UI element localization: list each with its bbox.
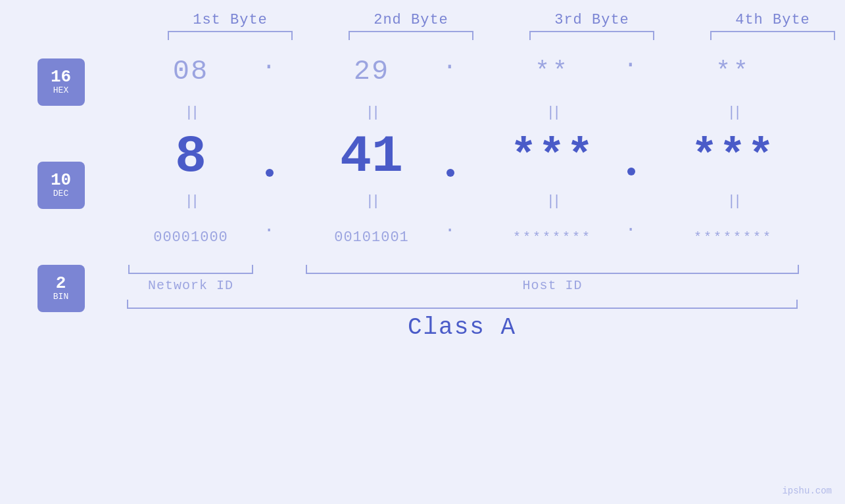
content-area: 16 HEX 10 DEC 2 BIN 08 . 29 bbox=[0, 40, 845, 341]
dec-val-4: *** bbox=[691, 131, 775, 182]
top-bracket-3 bbox=[529, 31, 654, 40]
top-bracket-4 bbox=[710, 31, 835, 40]
hex-cell-1: 08 . bbox=[101, 56, 281, 87]
bin-cell-3: ******** . bbox=[462, 230, 643, 245]
dec-cell-2: 41 bbox=[281, 131, 462, 183]
host-id-label: Host ID bbox=[281, 278, 824, 293]
pipe-cell-3: || bbox=[462, 104, 643, 121]
bin-dot-3: . bbox=[625, 216, 637, 236]
bin-val-3: ******** bbox=[513, 230, 592, 245]
bin-dot-1: . bbox=[264, 216, 275, 237]
dec-cell-1: 8 bbox=[101, 131, 281, 183]
bottom-bracket-network-cell bbox=[101, 265, 281, 274]
hex-dot-2: . bbox=[443, 49, 457, 76]
class-label: Class A bbox=[408, 314, 516, 341]
labels-column: 16 HEX 10 DEC 2 BIN bbox=[22, 40, 101, 312]
dec-row: 8 41 *** *** bbox=[101, 122, 824, 191]
byte4-header: 4th Byte bbox=[683, 12, 846, 28]
network-id-label: Network ID bbox=[101, 278, 281, 293]
dec-num: 10 bbox=[51, 172, 71, 189]
dec-cell-4: *** bbox=[643, 131, 824, 182]
hex-val-3: ** bbox=[535, 57, 570, 85]
dec-cell-3: *** bbox=[462, 131, 643, 182]
pipe2-cell-4: || bbox=[643, 193, 824, 210]
bin-dot-2: . bbox=[445, 216, 456, 237]
bracket-cell-4 bbox=[683, 31, 846, 40]
pipe-3: || bbox=[546, 104, 558, 121]
top-bracket-row bbox=[39, 31, 845, 40]
bin-val-1: 00001000 bbox=[153, 229, 228, 246]
hex-val-4: ** bbox=[715, 57, 751, 85]
hex-num: 16 bbox=[51, 68, 71, 85]
bottom-bracket-row bbox=[101, 265, 824, 274]
class-row: Class A bbox=[101, 314, 824, 341]
hex-val-1: 08 bbox=[173, 56, 208, 87]
pipe-cell-2: || bbox=[281, 104, 462, 121]
pipe2-4: || bbox=[727, 193, 739, 210]
footer-text: ipshu.com bbox=[782, 486, 832, 496]
byte1-header: 1st Byte bbox=[140, 12, 321, 28]
pipe2-cell-2: || bbox=[281, 193, 462, 210]
bin-num: 2 bbox=[56, 275, 66, 292]
bin-badge: 2 BIN bbox=[37, 265, 85, 312]
dec-val-3: *** bbox=[510, 131, 594, 182]
bin-val-2: 00101001 bbox=[334, 229, 409, 246]
bin-row: 00001000 . 00101001 . ******** . *******… bbox=[101, 211, 824, 263]
hex-cell-2: 29 . bbox=[281, 56, 462, 87]
big-bracket-row bbox=[101, 300, 824, 309]
pipe-2: || bbox=[366, 104, 377, 121]
hex-base: HEX bbox=[53, 85, 68, 96]
pipe-1: || bbox=[185, 104, 197, 121]
hex-row: 08 . 29 . ** . ** bbox=[101, 40, 824, 103]
bottom-bracket-host bbox=[306, 265, 799, 274]
bracket-cell-3 bbox=[502, 31, 683, 40]
pipe-4: || bbox=[727, 104, 739, 121]
dec-dot-2 bbox=[447, 169, 454, 177]
dec-base: DEC bbox=[53, 189, 68, 199]
pipe2-3: || bbox=[546, 193, 558, 210]
header-row: 1st Byte 2nd Byte 3rd Byte 4th Byte bbox=[39, 0, 845, 28]
pipe-cell-1: || bbox=[101, 104, 281, 121]
bin-cell-2: 00101001 . bbox=[281, 229, 462, 246]
main-container: 1st Byte 2nd Byte 3rd Byte 4th Byte 16 H… bbox=[0, 0, 845, 504]
bin-cell-1: 00001000 . bbox=[101, 229, 281, 246]
dec-dot-3 bbox=[627, 168, 635, 175]
data-columns: 08 . 29 . ** . ** || bbox=[101, 40, 824, 341]
pipe2-cell-3: || bbox=[462, 193, 643, 210]
id-labels-row: Network ID Host ID bbox=[101, 278, 824, 293]
dec-badge: 10 DEC bbox=[37, 162, 85, 209]
byte2-header: 2nd Byte bbox=[321, 12, 502, 28]
pipe-cell-4: || bbox=[643, 104, 824, 121]
byte3-header: 3rd Byte bbox=[502, 12, 683, 28]
dec-val-1: 8 bbox=[175, 131, 206, 183]
pipe2-cell-1: || bbox=[101, 193, 281, 210]
big-bracket bbox=[127, 300, 798, 309]
dec-val-2: 41 bbox=[340, 131, 403, 183]
bin-val-4: ******** bbox=[694, 230, 773, 245]
bottom-bracket-network bbox=[128, 265, 253, 274]
pipe2-2: || bbox=[366, 193, 377, 210]
hex-val-2: 29 bbox=[354, 56, 389, 87]
top-bracket-2 bbox=[349, 31, 473, 40]
hex-dot-1: . bbox=[262, 49, 276, 76]
hex-cell-4: ** bbox=[643, 57, 824, 85]
bottom-bracket-host-cell bbox=[281, 265, 824, 274]
bin-base: BIN bbox=[53, 292, 68, 302]
footer: ipshu.com bbox=[782, 486, 832, 496]
pipe-row-1: || || || || bbox=[101, 103, 824, 122]
pipe-row-2: || || || || bbox=[101, 191, 824, 211]
dec-dot-1 bbox=[266, 169, 274, 177]
hex-badge: 16 HEX bbox=[37, 58, 85, 106]
pipe2-1: || bbox=[185, 193, 197, 210]
bracket-cell-2 bbox=[321, 31, 502, 40]
bin-cell-4: ******** bbox=[643, 230, 824, 245]
bracket-cell-1 bbox=[140, 31, 321, 40]
hex-dot-3: . bbox=[623, 47, 638, 74]
hex-cell-3: ** . bbox=[462, 57, 643, 85]
top-bracket-1 bbox=[168, 31, 293, 40]
